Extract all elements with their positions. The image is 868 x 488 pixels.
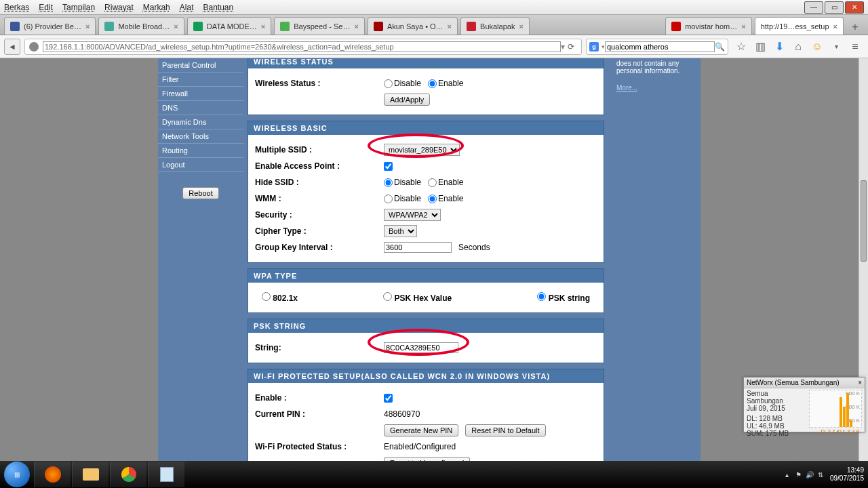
library-icon[interactable]: ▥ xyxy=(754,41,766,53)
status-disable-radio[interactable]: Disable xyxy=(384,79,421,88)
menu-markah[interactable]: Markah xyxy=(143,3,170,12)
flag-icon[interactable]: ⚑ xyxy=(795,471,802,479)
tab-label: movistar hom… xyxy=(685,22,737,30)
tab-olx[interactable]: Akun Saya • O…× xyxy=(368,17,458,35)
sidebar-item-dns[interactable]: DNS xyxy=(158,101,243,115)
tab-kaskus[interactable]: Mobile Broad…× xyxy=(98,17,184,35)
networx-widget[interactable]: NetWorx (Semua Sambungan)× Semua Sambung… xyxy=(743,377,865,432)
bookmark-star-icon[interactable]: ☆ xyxy=(735,41,747,53)
clock[interactable]: 13:49 09/07/2015 xyxy=(830,466,864,483)
hide-ssid-label: Hide SSID : xyxy=(255,178,384,187)
download-icon[interactable]: ⬇ xyxy=(773,41,785,53)
status-apply-button[interactable]: Add/Apply xyxy=(384,94,430,106)
new-tab-button[interactable]: + xyxy=(846,20,864,35)
menu-edit[interactable]: Edit xyxy=(39,3,53,12)
psk-input[interactable] xyxy=(384,342,458,353)
maximize-button[interactable]: ▭ xyxy=(825,1,844,14)
menubar: Berkas Edit Tampilan Riwayat Markah Alat… xyxy=(0,0,868,15)
sidebar-item-logout[interactable]: Logout xyxy=(158,158,243,172)
status-enable-radio[interactable]: Enable xyxy=(428,79,463,88)
reboot-button[interactable]: Reboot xyxy=(182,187,218,199)
close-button[interactable]: ✕ xyxy=(845,1,864,14)
menu-items[interactable]: Berkas Edit Tampilan Riwayat Markah Alat… xyxy=(4,3,233,12)
taskbar-firefox[interactable] xyxy=(34,462,71,487)
sidebar-item-filter[interactable]: Filter xyxy=(158,73,243,87)
tray-more-icon[interactable]: ▴ xyxy=(785,471,789,479)
scrollbar-thumb[interactable] xyxy=(861,180,867,262)
sidebar-item-firewall[interactable]: Firewall xyxy=(158,87,243,101)
minimize-button[interactable]: — xyxy=(804,1,823,14)
hide-enable-radio[interactable]: Enable xyxy=(428,178,463,187)
sidebar-item-nettools[interactable]: Network Tools xyxy=(158,129,243,144)
close-icon[interactable]: × xyxy=(261,22,265,30)
reload-button[interactable]: ⟳ xyxy=(565,42,577,52)
network-icon[interactable]: ⇅ xyxy=(818,471,823,479)
menu-alat[interactable]: Alat xyxy=(180,3,194,12)
menu-berkas[interactable]: Berkas xyxy=(4,3,29,12)
close-icon[interactable]: × xyxy=(354,22,358,30)
tab-youtube[interactable]: movistar hom…× xyxy=(665,17,751,35)
close-icon[interactable]: × xyxy=(519,22,523,30)
close-icon[interactable]: × xyxy=(448,22,452,30)
start-button[interactable]: ⊞ xyxy=(4,462,30,487)
ssid-select[interactable]: movistar_289E50 xyxy=(384,144,460,156)
main-content: WIRELESS STATUS Wireless Status : Disabl… xyxy=(248,58,701,461)
wpa-8021x-radio[interactable]: 802.1x xyxy=(262,292,298,303)
taskbar-explorer[interactable] xyxy=(72,462,108,487)
wireless-status-label: Wireless Status : xyxy=(255,79,384,88)
networx-close-icon[interactable]: × xyxy=(858,379,862,386)
url-toolbar: ◄ ▾ ⟳ g ▾ 🔍 ☆ ▥ ⬇ ⌂ ☺ ▾ ≡ xyxy=(0,35,868,58)
tab-bayspeed[interactable]: Bayspeed - Se…× xyxy=(274,17,365,35)
volume-icon[interactable]: 🔊 xyxy=(806,471,814,479)
close-icon[interactable]: × xyxy=(174,22,178,30)
url-input[interactable] xyxy=(43,41,561,52)
ap-checkbox[interactable] xyxy=(384,162,393,171)
taskbar-chrome[interactable] xyxy=(110,462,146,487)
sheets-icon xyxy=(193,22,203,31)
wps-pin-value: 48860970 xyxy=(384,409,420,419)
close-icon[interactable]: × xyxy=(741,22,745,30)
panel-psk-string: PSK STRING String: xyxy=(248,319,604,363)
cipher-select[interactable]: Both xyxy=(384,225,417,237)
menu-tampilan[interactable]: Tampilan xyxy=(62,3,95,12)
taskbar-notes[interactable] xyxy=(148,462,184,487)
chevron-down-icon[interactable]: ▾ xyxy=(830,41,842,53)
tab-label: (6) Provider Be… xyxy=(24,22,81,30)
menu-bantuan[interactable]: Bantuan xyxy=(203,3,233,12)
smiley-icon[interactable]: ☺ xyxy=(811,41,823,53)
tab-bukalapak[interactable]: Bukalapak× xyxy=(460,17,530,35)
generate-pin-button[interactable]: Generate New PIN xyxy=(384,424,458,436)
psk-label: String: xyxy=(255,343,384,352)
search-icon[interactable]: 🔍 xyxy=(715,42,725,52)
search-input[interactable] xyxy=(605,41,715,52)
wmm-enable-radio[interactable]: Enable xyxy=(428,194,463,203)
gki-input[interactable] xyxy=(384,242,452,253)
tab-facebook[interactable]: (6) Provider Be…× xyxy=(4,17,96,35)
security-select[interactable]: WPA/WPA2 xyxy=(384,209,441,221)
search-box[interactable]: g ▾ 🔍 xyxy=(586,39,728,55)
wps-enable-checkbox[interactable] xyxy=(384,394,393,403)
tab-router-active[interactable]: http://19…ess_setup× xyxy=(755,17,844,35)
sidebar-item-parental[interactable]: Parental Control xyxy=(158,58,243,73)
sidebar-item-dyndns[interactable]: Dynamic Dns xyxy=(158,115,243,129)
wmm-disable-radio[interactable]: Disable xyxy=(384,194,421,203)
security-label: Security : xyxy=(255,210,384,220)
system-tray: ▴ ⚑ 🔊 ⇅ 13:49 09/07/2015 xyxy=(785,466,864,483)
wpa-hex-radio[interactable]: PSK Hex Value xyxy=(383,292,452,303)
back-button[interactable]: ◄ xyxy=(4,39,20,55)
hide-disable-radio[interactable]: Disable xyxy=(384,178,421,187)
folder-icon xyxy=(83,468,99,481)
panel-header: WIRELESS STATUS xyxy=(248,58,604,68)
hamburger-menu-icon[interactable]: ≡ xyxy=(849,41,861,53)
reset-pin-button[interactable]: Reset PIN to Default xyxy=(465,424,545,436)
wpa-psk-radio[interactable]: PSK string xyxy=(537,292,590,303)
sidebar-item-routing[interactable]: Routing xyxy=(158,144,243,158)
address-bar[interactable]: ▾ ⟳ xyxy=(24,39,582,55)
menu-riwayat[interactable]: Riwayat xyxy=(104,3,134,12)
close-icon[interactable]: × xyxy=(85,22,90,30)
close-icon[interactable]: × xyxy=(833,22,837,30)
reset-unconfig-button[interactable]: Reset to Unconfigured xyxy=(384,457,470,461)
home-icon[interactable]: ⌂ xyxy=(792,41,804,53)
tab-label: DATA MODE… xyxy=(207,22,257,30)
tab-sheets[interactable]: DATA MODE…× xyxy=(187,17,272,35)
